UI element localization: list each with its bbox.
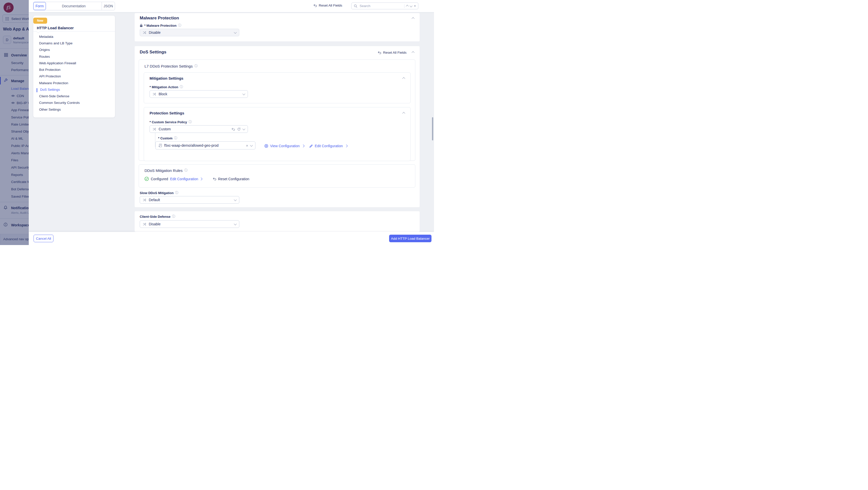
add-http-load-balancer-button[interactable]: Add HTTP Load Balancer (389, 235, 432, 242)
custom-policy-ref-select[interactable]: f5xc-waap-demo/allowed-geo-prod × (155, 141, 255, 150)
form-nav-item-client-side-defense[interactable]: Client-Side Defense (39, 94, 69, 98)
clear-selection-icon[interactable]: × (246, 144, 248, 148)
tab-documentation[interactable]: Documentation (46, 2, 102, 10)
rules-edit-configuration-link[interactable]: Edit Configuration (170, 177, 202, 181)
one-of-branch-icon (153, 128, 156, 131)
client-side-defense-section: Client-Side Defense ⓘ Disable (135, 211, 420, 232)
tab-form[interactable]: Form (33, 2, 46, 10)
info-icon[interactable]: ⓘ (189, 120, 192, 124)
malware-field-label: * Malware Protection (144, 24, 177, 28)
info-icon[interactable]: ⓘ (174, 136, 177, 140)
custom-service-policy-value: Custom (159, 127, 229, 131)
l7-ddos-title: L7 DDoS Protection Settings (145, 64, 193, 68)
search-prev-icon[interactable] (406, 5, 409, 7)
form-header: Form Documentation JSON Reset All Fields… (29, 0, 434, 12)
mitigation-settings-title: Mitigation Settings (150, 76, 183, 80)
chevron-down-icon (250, 144, 253, 146)
chevron-down-icon (234, 31, 237, 34)
collapse-section-icon[interactable] (411, 17, 414, 20)
form-nav-item-metadata[interactable]: Metadata (39, 35, 53, 39)
cancel-all-button[interactable]: Cancel All (34, 235, 54, 242)
dos-settings-section: DoS Settings Reset All Fields L7 DDoS Pr… (135, 46, 420, 207)
chevron-down-icon (234, 198, 237, 201)
edit-configuration-label: Edit Configuration (315, 144, 343, 148)
form-nav-item-routes[interactable]: Routes (39, 55, 50, 59)
malware-protection-select[interactable]: Disable (140, 29, 239, 36)
rules-edit-configuration-label: Edit Configuration (170, 177, 198, 181)
mitigation-action-label: * Mitigation Action (150, 85, 178, 89)
rules-reset-configuration-button[interactable]: Reset Configuration (213, 177, 249, 181)
one-of-branch-icon (143, 198, 147, 202)
reference-object-icon (158, 144, 162, 148)
collapse-section-icon[interactable] (411, 51, 414, 54)
info-icon[interactable]: ⓘ (180, 85, 183, 89)
search-input[interactable] (359, 4, 402, 8)
form-nav-item-bot-protection[interactable]: Bot Protection (39, 68, 61, 72)
form-nav-item-origins[interactable]: Origins (39, 48, 50, 52)
http-lb-form-modal: Form Documentation JSON Reset All Fields… (29, 0, 434, 245)
custom-service-policy-select[interactable]: Custom (150, 125, 248, 133)
info-icon[interactable]: ⓘ (175, 191, 178, 195)
collapse-section-icon[interactable] (402, 77, 405, 80)
collapse-notch-icon[interactable] (36, 30, 40, 34)
edit-configuration-link[interactable]: Edit Configuration (309, 144, 347, 148)
search-next-icon[interactable] (410, 4, 412, 7)
pencil-icon (309, 144, 313, 148)
dos-reset-all-fields-button[interactable]: Reset All Fields (377, 51, 406, 55)
csd-select[interactable]: Disable (140, 220, 239, 228)
form-nav-item-common-security[interactable]: Common Security Controls (39, 101, 80, 105)
chevron-right-icon (199, 177, 202, 180)
chevron-down-icon (234, 222, 237, 225)
undo-icon[interactable] (231, 128, 235, 131)
scrollbar-thumb[interactable] (432, 117, 433, 140)
csd-value: Disable (149, 222, 232, 226)
malware-protection-section: Malware Protection * Malware Protection … (135, 13, 420, 41)
form-view-tabs: Form Documentation JSON (33, 2, 115, 10)
chevron-down-icon (242, 92, 245, 95)
form-nav-active-indicator (37, 88, 37, 92)
slow-ddos-select[interactable]: Default (140, 196, 239, 204)
form-nav-item-other-settings[interactable]: Other Settings (39, 108, 61, 111)
slow-ddos-label: Slow DDoS Mitigation (140, 191, 174, 195)
custom-label: * Custom (158, 136, 173, 140)
l7-ddos-card: L7 DDoS Protection Settings ⓘ Mitigation… (139, 60, 415, 161)
protection-settings-title: Protection Settings (150, 111, 184, 115)
info-icon[interactable]: ⓘ (194, 64, 198, 68)
custom-service-policy-label: * Custom Service Policy (150, 120, 187, 124)
csd-label: Client-Side Defense (140, 215, 170, 219)
ddos-mitigation-rules-card: DDoS Mitigation Rules ⓘ Configured Edit … (139, 164, 415, 188)
form-nav-item-waf[interactable]: Web Application Firewall (39, 61, 76, 65)
modal-backdrop[interactable] (0, 0, 29, 245)
search-close-icon[interactable]: × (414, 4, 416, 8)
reset-all-fields-button[interactable]: Reset All Fields (313, 3, 342, 7)
dos-reset-all-label: Reset All Fields (383, 51, 406, 55)
one-of-branch-icon (143, 223, 147, 226)
form-nav-item-domains[interactable]: Domains and LB Type (39, 41, 73, 45)
search-icon (354, 4, 357, 8)
form-nav-item-api-protection[interactable]: API Protection (39, 74, 61, 78)
info-icon[interactable]: ⓘ (184, 168, 188, 173)
tab-json[interactable]: JSON (102, 2, 115, 10)
page: f5 Select Workspace Web App & API Protec… (0, 0, 434, 245)
refresh-icon[interactable] (237, 128, 241, 131)
view-configuration-label: View Configuration (270, 144, 300, 148)
mitigation-action-select[interactable]: Block (150, 90, 248, 98)
form-nav-item-malware-protection[interactable]: Malware Protection (39, 81, 68, 85)
slow-ddos-value: Default (149, 198, 232, 202)
chevron-down-icon (242, 127, 245, 130)
custom-policy-ref-value: f5xc-waap-demo/allowed-geo-prod (164, 143, 244, 148)
form-footer-bar: Cancel All Add HTTP Load Balancer (29, 232, 434, 245)
form-nav-card: New HTTP Load Balancer Metadata Domains … (33, 15, 115, 118)
mitigation-settings-card: Mitigation Settings * Mitigation Action … (144, 72, 410, 103)
lock-icon (140, 24, 143, 27)
undo-icon (213, 177, 216, 181)
info-icon[interactable]: ⓘ (178, 23, 181, 28)
form-nav-item-dos-settings[interactable]: DoS Settings (40, 88, 60, 92)
configured-check-icon (145, 177, 149, 181)
ddos-rules-title: DDoS Mitigation Rules (145, 168, 183, 173)
view-eye-icon (264, 144, 268, 148)
info-icon[interactable]: ⓘ (172, 214, 175, 219)
mitigation-action-value: Block (159, 92, 241, 96)
view-configuration-link[interactable]: View Configuration (264, 144, 304, 148)
collapse-section-icon[interactable] (402, 112, 405, 115)
